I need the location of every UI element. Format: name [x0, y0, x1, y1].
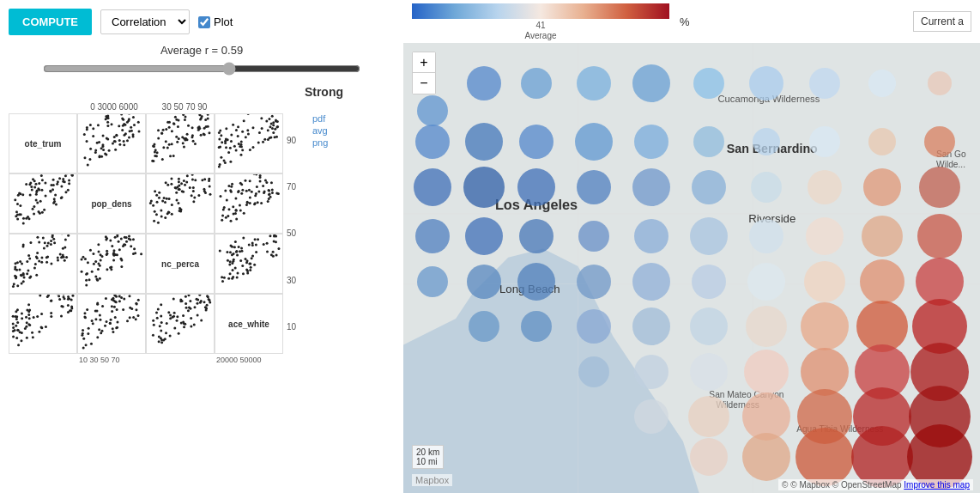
svg-text:Riverside: Riverside	[748, 212, 795, 225]
colorbar-avg-value: 41	[535, 21, 545, 30]
scale-20km: 20 km	[416, 447, 439, 457]
scatter-label-3: nc_perca	[146, 234, 215, 294]
links-column: pdf avg png	[312, 113, 328, 354]
compute-button[interactable]: COMPUTE	[9, 9, 92, 35]
zoom-in-button[interactable]: +	[413, 52, 435, 73]
axis-right-90: 90	[287, 136, 307, 145]
scatter-label-2: pop_dens	[77, 173, 146, 234]
plot-label: Plot	[214, 15, 233, 28]
scatter-cell-4-2	[77, 294, 146, 354]
axis-top-2: 30 50 70 90	[149, 102, 220, 112]
svg-text:Long Beach: Long Beach	[499, 283, 560, 295]
scatter-cell-1-4	[215, 113, 283, 173]
png-link[interactable]: png	[312, 137, 328, 148]
scatter-cell-3-1	[9, 234, 77, 294]
axis-bottom-3: 20000 50000	[216, 356, 285, 364]
axis-right-50: 50	[287, 228, 307, 238]
zoom-out-button[interactable]: −	[413, 73, 435, 94]
axis-bottom-2	[148, 356, 216, 364]
strong-label: Strong	[9, 85, 343, 99]
map-area[interactable]: Los Angeles San Bernardino Riverside Lon…	[403, 43, 980, 493]
axis-top-1: 0 3000 6000	[79, 102, 149, 112]
method-dropdown[interactable]: Correlation Regression t-test	[100, 9, 190, 34]
axis-bottom-spacer	[10, 356, 79, 364]
right-panel: 41 Average % Current a	[403, 0, 980, 493]
left-panel: COMPUTE Correlation Regression t-test Pl…	[0, 0, 403, 493]
axis-right-10: 10	[287, 322, 307, 332]
scatter-label-1: ote_trum	[9, 113, 77, 173]
axis-right-70: 70	[287, 182, 307, 192]
attribution: © © Mapbox © OpenStreetMap Improve this …	[403, 480, 980, 490]
scatter-matrix: ote_trum	[9, 113, 283, 354]
svg-text:Wilde...: Wilde...	[936, 160, 965, 169]
right-axis-area: 90 70 50 30 10	[285, 113, 309, 354]
toolbar: COMPUTE Correlation Regression t-test Pl…	[9, 9, 395, 35]
correlation-slider[interactable]	[43, 62, 360, 76]
scatter-cell-4-3	[146, 294, 215, 354]
pdf-link[interactable]: pdf	[312, 113, 328, 124]
current-a-label: Current a	[913, 11, 971, 32]
svg-text:Agua Tibia Wilderness: Agua Tibia Wilderness	[796, 424, 883, 434]
colorbar	[412, 3, 669, 19]
colorbar-avg-tick: 41	[412, 21, 669, 30]
scatter-cell-2-1	[9, 173, 77, 234]
svg-text:Cucamonga Wilderness: Cucamonga Wilderness	[718, 94, 820, 104]
scatter-cell-4-1	[9, 294, 77, 354]
improve-map-link[interactable]: Improve this map	[904, 480, 970, 490]
scale-bar: 20 km 10 mi	[412, 445, 444, 469]
svg-text:San Go: San Go	[936, 149, 966, 159]
scatter-cell-1-3	[146, 113, 215, 173]
scatter-cell-3-2	[77, 234, 146, 294]
colorbar-container: 41 Average % Current a	[403, 0, 980, 43]
axis-bottom-1: 10 30 50 70	[79, 356, 148, 364]
scale-10mi: 10 mi	[416, 457, 439, 466]
scatter-cell-1-2	[77, 113, 146, 173]
svg-text:Wilderness: Wilderness	[717, 400, 759, 410]
svg-text:San Bernardino: San Bernardino	[727, 142, 818, 155]
svg-text:San Mateo Canyon: San Mateo Canyon	[709, 390, 783, 399]
colorbar-percent: %	[680, 15, 690, 28]
map-zoom-controls: + −	[412, 52, 436, 94]
scatter-cell-2-3	[146, 173, 215, 234]
svg-text:Los Angeles: Los Angeles	[495, 197, 578, 212]
axis-right-30: 30	[287, 276, 307, 285]
plot-checkbox-label[interactable]: Plot	[198, 15, 233, 28]
colorbar-gradient	[412, 3, 669, 19]
colorbar-wrapper: 41 Average	[412, 3, 669, 40]
scatter-label-4: ace_white	[215, 294, 283, 354]
plot-checkbox[interactable]	[198, 16, 210, 28]
avg-r-label: Average r = 0.59	[9, 44, 395, 57]
colorbar-avg-label: Average	[412, 31, 669, 40]
avg-link[interactable]: avg	[312, 125, 328, 136]
scatter-cell-3-4	[215, 234, 283, 294]
map-svg: Los Angeles San Bernardino Riverside Lon…	[403, 43, 980, 493]
slider-container	[43, 62, 360, 78]
scatter-cell-2-4	[215, 173, 283, 234]
colorbar-labels-row: 41	[412, 19, 669, 30]
